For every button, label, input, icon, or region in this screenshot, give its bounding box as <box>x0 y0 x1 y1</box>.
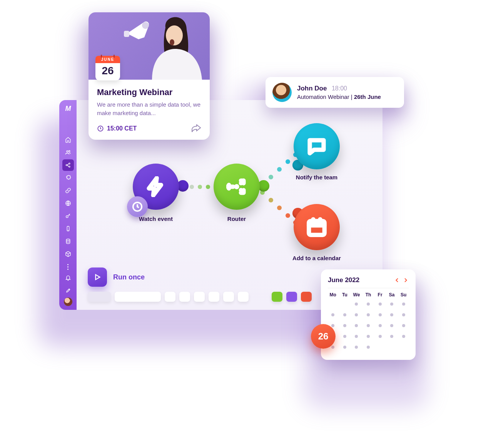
calendar-cell[interactable] <box>398 321 409 330</box>
svg-point-15 <box>269 198 273 202</box>
timeline-segment[interactable] <box>165 292 175 302</box>
execution-timeline[interactable] <box>88 292 312 302</box>
calendar-day-header: Tu <box>340 292 350 298</box>
calendar-day-header: Mo <box>328 292 338 298</box>
calendar-cell[interactable] <box>328 311 338 319</box>
sidebar-item-users[interactable] <box>62 147 74 158</box>
node-label: Notify the team <box>286 174 347 181</box>
svg-point-8 <box>66 239 70 241</box>
chat-icon <box>306 136 327 157</box>
calendar-cell[interactable] <box>375 332 385 341</box>
calendar-cell[interactable] <box>351 321 362 330</box>
node-label: Add to a calendar <box>286 255 347 261</box>
calendar-cell[interactable] <box>363 321 374 330</box>
svg-point-26 <box>142 22 149 29</box>
svg-point-17 <box>286 213 290 218</box>
event-date-month: JUNE <box>95 56 120 63</box>
sidebar-item-home[interactable] <box>62 134 74 145</box>
event-description: We are more than a simple data tool, we … <box>97 100 201 117</box>
clock-icon <box>97 125 104 132</box>
calendar-cell[interactable] <box>398 311 409 319</box>
run-once-button[interactable] <box>88 267 107 287</box>
calendar-cell[interactable] <box>375 321 385 330</box>
calendar-widget[interactable]: June 2022 MoTuWeThFrSaSu 26 <box>321 269 416 360</box>
timeline-chip[interactable] <box>272 292 282 302</box>
timeline-chip[interactable] <box>286 292 297 302</box>
app-logo: M <box>65 105 71 113</box>
calendar-cell[interactable] <box>387 311 397 319</box>
sidebar-more-icon[interactable] <box>67 264 68 270</box>
calendar-day-header: We <box>351 292 362 298</box>
sidebar-item-database[interactable] <box>62 236 74 247</box>
calendar-next-icon[interactable] <box>403 277 409 283</box>
timeline-segment[interactable] <box>88 292 111 302</box>
calendar-cell[interactable] <box>351 332 362 341</box>
timeline-segment[interactable] <box>209 292 219 302</box>
timeline-chip[interactable] <box>301 292 312 302</box>
calendar-cell[interactable] <box>398 300 409 308</box>
svg-point-20 <box>234 184 239 189</box>
timeline-segment[interactable] <box>115 292 161 302</box>
calendar-cell[interactable] <box>363 300 374 308</box>
sidebar-item-share[interactable] <box>62 159 74 171</box>
calendar-cell[interactable] <box>351 300 362 308</box>
svg-point-12 <box>286 159 290 164</box>
calendar-cell[interactable] <box>351 343 362 351</box>
timeline-segment[interactable] <box>223 292 234 302</box>
calendar-cell[interactable] <box>387 321 397 330</box>
calendar-day-header: Sa <box>387 292 397 298</box>
calendar-cell[interactable] <box>375 311 385 319</box>
sidebar-item-globe[interactable] <box>62 197 74 209</box>
svg-rect-25 <box>124 31 129 37</box>
calendar-cell <box>328 300 338 308</box>
calendar-cell[interactable] <box>340 321 350 330</box>
notification-time: 18:00 <box>332 85 347 92</box>
calendar-cell[interactable] <box>387 332 397 341</box>
svg-point-24 <box>170 39 174 45</box>
calendar-prev-icon[interactable] <box>394 277 400 283</box>
svg-point-1 <box>68 150 70 152</box>
event-time: 15:00 CET <box>97 125 137 132</box>
sidebar-item-settings[interactable] <box>62 285 74 296</box>
calendar-cell[interactable] <box>340 343 350 351</box>
timeline-segment[interactable] <box>238 292 249 302</box>
share-icon[interactable] <box>191 124 201 133</box>
calendar-cell[interactable] <box>375 300 385 308</box>
lightning-icon <box>145 176 166 197</box>
calendar-cell[interactable] <box>363 343 374 351</box>
node-schedule-icon[interactable] <box>127 196 148 217</box>
node-add-calendar[interactable] <box>294 204 340 250</box>
sidebar-item-link[interactable] <box>62 185 74 196</box>
calendar-cell[interactable] <box>340 332 350 341</box>
calendar-day-header: Su <box>398 292 409 298</box>
node-router[interactable] <box>214 164 260 210</box>
calendar-cell[interactable] <box>351 311 362 319</box>
run-once-label: Run once <box>113 273 145 281</box>
calendar-cell[interactable] <box>363 332 374 341</box>
sidebar-item-notifications[interactable] <box>62 272 74 284</box>
calendar-day-header: Th <box>363 292 374 298</box>
event-card[interactable]: JUNE 26 Marketing Webinar We are more th… <box>89 12 210 140</box>
sidebar-avatar[interactable] <box>64 298 72 306</box>
calendar-grid: MoTuWeThFrSaSu <box>328 292 409 351</box>
sidebar-item-mobile[interactable] <box>62 223 74 234</box>
calendar-cell[interactable] <box>363 311 374 319</box>
calendar-cell[interactable] <box>398 332 409 341</box>
calendar-icon <box>306 217 327 237</box>
sidebar-item-cube[interactable] <box>62 248 74 260</box>
svg-point-11 <box>277 167 282 172</box>
calendar-cell[interactable] <box>340 311 350 319</box>
svg-point-6 <box>66 216 68 217</box>
timeline-segment[interactable] <box>179 292 190 302</box>
sidebar-item-puzzle[interactable] <box>62 172 74 184</box>
svg-point-16 <box>277 206 282 210</box>
calendar-day-header: Fr <box>375 292 385 298</box>
sidebar-item-key[interactable] <box>62 210 74 222</box>
notification-subject: Automation Webinar | 26th June <box>297 94 381 100</box>
calendar-cell[interactable] <box>387 300 397 308</box>
timeline-segment[interactable] <box>194 292 205 302</box>
node-notify-team[interactable] <box>294 123 340 169</box>
app-sidebar: M <box>59 100 77 310</box>
event-date-badge: JUNE 26 <box>95 56 120 80</box>
notification-card[interactable]: John Doe 18:00 Automation Webinar | 26th… <box>266 77 404 108</box>
